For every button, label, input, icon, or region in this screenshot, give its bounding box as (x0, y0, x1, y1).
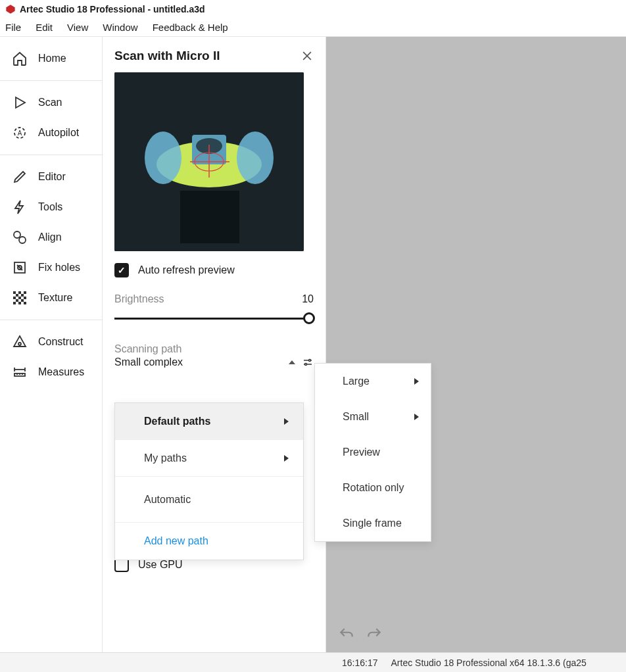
brightness-slider: Brightness 10 (114, 293, 314, 325)
brightness-handle[interactable] (303, 312, 315, 324)
submenu-item-small[interactable]: Small (315, 399, 431, 435)
dropdown-item-label: Default paths (144, 416, 210, 427)
chevron-right-icon (414, 414, 419, 420)
status-time: 16:16:17 (342, 658, 378, 668)
svg-point-5 (19, 237, 26, 243)
scan-preview (114, 72, 304, 251)
dropdown-item-automatic[interactable]: Automatic (115, 477, 303, 523)
sidebar-item-texture[interactable]: Texture (0, 283, 102, 313)
sidebar-item-fixholes[interactable]: Fix holes (0, 252, 102, 283)
svg-rect-17 (16, 299, 18, 302)
svg-rect-10 (18, 291, 21, 294)
dropdown-item-label: My paths (144, 452, 187, 464)
undo-icon[interactable] (338, 626, 355, 643)
sidebar-item-home[interactable]: Home (0, 43, 102, 74)
autopilot-icon: A (12, 125, 28, 141)
svg-rect-13 (21, 294, 24, 297)
fixholes-icon (12, 260, 28, 276)
svg-rect-16 (24, 297, 26, 299)
submenu-item-label: Large (343, 375, 370, 387)
scanning-path-select[interactable]: Small complex (114, 356, 314, 368)
titlebar: Artec Studio 18 Professional - untitled.… (0, 0, 626, 18)
sidebar-item-label: Editor (38, 171, 66, 183)
scanning-path-dropdown: Default paths My paths Automatic Add new… (114, 402, 304, 560)
chevron-right-icon (284, 418, 289, 425)
statusbar: 16:16:17 Artec Studio 18 Professional x6… (0, 652, 626, 672)
brightness-value: 10 (302, 293, 314, 305)
status-text: Artec Studio 18 Professional x64 18.1.3.… (391, 658, 587, 668)
sidebar-item-scan[interactable]: Scan (0, 87, 102, 118)
sidebar: Home Scan A Autopilot Editor Tools (0, 37, 103, 652)
play-icon (12, 95, 28, 110)
submenu-item-label: Single frame (343, 517, 402, 529)
svg-rect-19 (13, 302, 16, 304)
sidebar-item-autopilot[interactable]: A Autopilot (0, 118, 102, 148)
align-icon (12, 229, 28, 245)
bolt-icon (12, 199, 28, 215)
sidebar-item-tools[interactable]: Tools (0, 192, 102, 222)
sidebar-item-label: Fix holes (38, 262, 80, 274)
dropdown-item-add-new-path[interactable]: Add new path (115, 523, 303, 560)
sidebar-item-label: Align (38, 231, 62, 243)
svg-rect-18 (21, 299, 24, 302)
redo-icon[interactable] (366, 626, 383, 643)
sidebar-item-construct[interactable]: Construct (0, 327, 102, 357)
construct-icon (12, 334, 28, 350)
menu-file[interactable]: File (5, 22, 21, 33)
svg-rect-14 (13, 297, 16, 299)
submenu-item-single-frame[interactable]: Single frame (315, 506, 431, 541)
sidebar-item-editor[interactable]: Editor (0, 162, 102, 192)
use-gpu-label: Use GPU (138, 559, 183, 571)
sidebar-item-label: Home (38, 53, 66, 64)
sidebar-item-label: Scan (38, 97, 62, 108)
dropdown-item-label: Automatic (144, 494, 191, 506)
menu-edit[interactable]: Edit (36, 22, 53, 33)
viewport[interactable] (326, 37, 626, 652)
submenu-item-label: Rotation only (343, 482, 404, 494)
svg-rect-9 (13, 291, 16, 294)
scanning-path-submenu: Large Small Preview Rotation only Single… (314, 363, 431, 542)
brightness-track[interactable] (114, 312, 314, 325)
menubar: File Edit View Window Feedback & Help (0, 18, 626, 37)
svg-rect-21 (24, 302, 26, 304)
brightness-label: Brightness (114, 293, 164, 305)
pencil-icon (12, 169, 28, 185)
chevron-up-icon (289, 360, 295, 364)
panel-title: Scan with Micro II (114, 49, 220, 63)
submenu-item-rotation-only[interactable]: Rotation only (315, 470, 431, 506)
submenu-item-preview[interactable]: Preview (315, 435, 431, 470)
sidebar-item-measures[interactable]: Measures (0, 357, 102, 387)
sidebar-item-label: Autopilot (38, 127, 79, 139)
chevron-right-icon (414, 378, 419, 385)
sliders-icon[interactable] (302, 356, 314, 368)
scan-panel: Scan with Micro II Auto refresh preview (103, 37, 326, 652)
svg-marker-1 (16, 97, 25, 108)
svg-rect-11 (24, 291, 26, 294)
svg-rect-20 (18, 302, 21, 304)
scanning-path-label: Scanning path (114, 343, 314, 355)
chevron-right-icon (284, 455, 289, 462)
close-icon[interactable] (301, 49, 314, 62)
sidebar-item-align[interactable]: Align (0, 222, 102, 252)
menu-window[interactable]: Window (103, 22, 137, 33)
submenu-item-label: Preview (343, 446, 380, 458)
svg-rect-15 (18, 297, 21, 299)
menu-view[interactable]: View (67, 22, 88, 33)
home-icon (12, 51, 28, 66)
svg-marker-0 (6, 5, 14, 13)
sidebar-item-label: Construct (38, 336, 83, 348)
dropdown-item-default-paths[interactable]: Default paths (115, 403, 303, 440)
dropdown-item-label: Add new path (144, 535, 208, 547)
scanning-path-value: Small complex (114, 356, 183, 368)
sidebar-item-label: Measures (38, 366, 84, 378)
svg-point-43 (309, 360, 311, 362)
auto-refresh-checkbox[interactable] (114, 263, 129, 277)
svg-rect-33 (180, 191, 239, 243)
app-icon (5, 4, 16, 14)
submenu-item-large[interactable]: Large (315, 364, 431, 399)
dropdown-item-my-paths[interactable]: My paths (115, 440, 303, 477)
svg-point-35 (145, 132, 181, 184)
svg-point-4 (14, 231, 20, 238)
sidebar-item-label: Texture (38, 292, 72, 304)
menu-feedback[interactable]: Feedback & Help (153, 22, 228, 33)
